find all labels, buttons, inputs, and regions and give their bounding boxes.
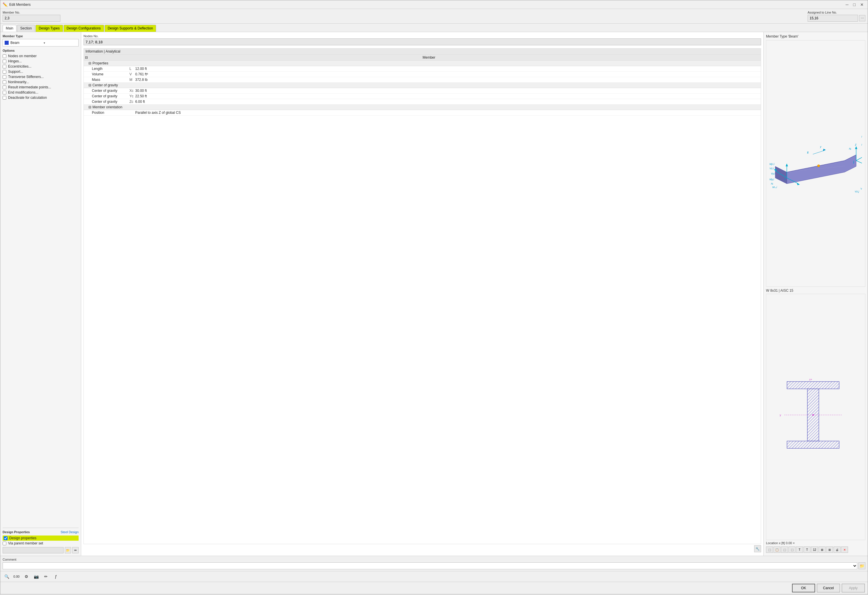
tab-design-types[interactable]: Design Types bbox=[35, 25, 63, 32]
design-prop-edit-btn[interactable]: ✏ bbox=[72, 547, 78, 554]
option-support-checkbox[interactable] bbox=[3, 70, 6, 74]
toolbar-btn-5[interactable]: T bbox=[796, 546, 803, 553]
member-type-select[interactable]: Beam ▾ bbox=[3, 39, 78, 47]
middle-bottom-row: 🔧 bbox=[84, 544, 761, 554]
length-row: Length L 12.00 ft bbox=[84, 66, 761, 72]
via-parent-label[interactable]: Via parent member set bbox=[8, 541, 43, 545]
option-transverse-checkbox[interactable] bbox=[3, 75, 6, 79]
option-end-modifications-checkbox[interactable] bbox=[3, 91, 6, 94]
minimize-button[interactable]: ─ bbox=[844, 2, 850, 7]
cancel-button[interactable]: Cancel bbox=[817, 584, 840, 592]
function-tool[interactable]: ƒ bbox=[52, 573, 60, 580]
design-properties-header: Design Properties Steel Design bbox=[3, 530, 78, 534]
steel-design-link[interactable]: Steel Design bbox=[61, 530, 78, 534]
comment-row: 📁 bbox=[3, 563, 865, 569]
toolbar-btn-11[interactable]: ✕ bbox=[841, 546, 848, 553]
bottom-toolbar: 🔍 0.00 ⚙ 📷 ✏ ƒ bbox=[0, 571, 868, 582]
design-prop-browse-btn[interactable]: 📁 bbox=[65, 547, 71, 554]
option-transverse-label[interactable]: Transverse Stiffeners... bbox=[8, 75, 44, 79]
comment-browse-btn[interactable]: 📁 bbox=[858, 563, 865, 569]
orientation-subgroup-header[interactable]: ⊟ Member orientation bbox=[84, 105, 761, 110]
tab-main[interactable]: Main bbox=[3, 25, 16, 32]
option-hinges-label[interactable]: Hinges... bbox=[8, 59, 22, 63]
close-button[interactable]: ✕ bbox=[858, 2, 865, 7]
beam-diagram-svg: z x y j i Mₓ,j M𝛽,j Nⱼ Vz,j Vy,j My,j M𝛽… bbox=[769, 132, 862, 195]
options-section: Options Nodes on member Hinges... Eccent… bbox=[3, 49, 78, 100]
svg-text:z: z bbox=[855, 143, 857, 146]
length-key: L bbox=[130, 67, 135, 71]
option-end-modifications-label[interactable]: End modifications... bbox=[8, 90, 38, 94]
design-prop-input[interactable] bbox=[3, 547, 63, 554]
option-nonlinearity: Nonlinearity... bbox=[3, 80, 78, 85]
toolbar-btn-4[interactable]: ⬚ bbox=[788, 546, 796, 553]
cog-zc-row: Center of gravity Zc 6.00 ft bbox=[84, 99, 761, 105]
option-nodes-checkbox[interactable] bbox=[3, 54, 6, 58]
toolbar-btn-10[interactable]: 🖨 bbox=[834, 546, 841, 553]
svg-text:Vz,j: Vz,j bbox=[855, 190, 859, 193]
nodes-no-input[interactable] bbox=[84, 38, 761, 45]
cog-xc-key: Xc bbox=[130, 89, 135, 93]
member-no-field: Member No. bbox=[3, 11, 61, 22]
comment-input[interactable] bbox=[3, 563, 857, 569]
cog-subgroup-header[interactable]: ⊟ Center of gravity bbox=[84, 82, 761, 88]
option-eccentricities-label[interactable]: Eccentricities... bbox=[8, 65, 31, 68]
option-nonlinearity-checkbox[interactable] bbox=[3, 80, 6, 84]
collapse-cog-icon: ⊟ bbox=[89, 83, 91, 87]
option-deactivate: Deactivate for calculation bbox=[3, 95, 78, 100]
position-value: Parallel to axis Z of global CS bbox=[135, 110, 759, 115]
option-result-checkbox[interactable] bbox=[3, 85, 6, 89]
value-tool[interactable]: 0.00 bbox=[12, 573, 21, 580]
assigned-line-button[interactable]: ⋯ bbox=[859, 15, 865, 21]
option-eccentricities-checkbox[interactable] bbox=[3, 65, 6, 68]
position-name: Position bbox=[92, 110, 130, 115]
cog-zc-value: 6.00 ft bbox=[135, 100, 759, 104]
option-deactivate-checkbox[interactable] bbox=[3, 96, 6, 100]
cross-section-svg: z+ y bbox=[775, 376, 856, 457]
apply-button[interactable]: Apply bbox=[842, 584, 865, 592]
cog-zc-name: Center of gravity bbox=[92, 100, 130, 104]
toolbar-btn-9[interactable]: ⊞ bbox=[826, 546, 833, 553]
member-no-input[interactable] bbox=[3, 15, 61, 22]
option-result-label[interactable]: Result intermediate points... bbox=[8, 85, 51, 89]
option-support-label[interactable]: Support... bbox=[8, 69, 23, 74]
assigned-line-input[interactable] bbox=[807, 15, 858, 22]
properties-subgroup-header[interactable]: ⊟ Properties bbox=[84, 60, 761, 66]
mass-value: 372.8 lb bbox=[135, 78, 759, 82]
svg-rect-48 bbox=[787, 381, 839, 389]
design-prop-label[interactable]: Design properties bbox=[9, 536, 36, 540]
ok-button[interactable]: OK bbox=[792, 584, 815, 592]
search-tool[interactable]: 🔍 bbox=[3, 573, 11, 580]
edit-tool[interactable]: ✏ bbox=[42, 573, 50, 580]
nodes-no-label: Nodes No. bbox=[84, 34, 761, 38]
toolbar-btn-2[interactable]: 📋 bbox=[774, 546, 781, 553]
option-end-modifications: End modifications... bbox=[3, 90, 78, 95]
svg-text:Nⱼ: Nⱼ bbox=[849, 147, 852, 150]
svg-text:y: y bbox=[779, 414, 781, 417]
middle-bottom-btn[interactable]: 🔧 bbox=[754, 545, 761, 552]
svg-text:Mₓ,i: Mₓ,i bbox=[772, 186, 777, 189]
toolbar-btn-3[interactable]: ⬚ bbox=[781, 546, 788, 553]
option-hinges-checkbox[interactable] bbox=[3, 59, 6, 63]
member-group-header[interactable]: ⊟ Member bbox=[84, 54, 761, 60]
camera-tool[interactable]: 📷 bbox=[32, 573, 40, 580]
toolbar-btn-6[interactable]: T bbox=[803, 546, 810, 553]
footer-row: OK Cancel Apply bbox=[0, 582, 868, 594]
settings-tool[interactable]: ⚙ bbox=[22, 573, 30, 580]
orientation-subgroup-label: Member orientation bbox=[93, 105, 122, 109]
toolbar-btn-8[interactable]: ⊞ bbox=[819, 546, 825, 553]
mass-key: M bbox=[130, 78, 135, 82]
option-nodes-label[interactable]: Nodes on member bbox=[8, 54, 37, 58]
tab-design-configurations[interactable]: Design Configurations bbox=[63, 25, 104, 32]
option-deactivate-label[interactable]: Deactivate for calculation bbox=[8, 96, 47, 100]
tab-design-supports[interactable]: Design Supports & Deflection bbox=[105, 25, 156, 32]
cog-subgroup-label: Center of gravity bbox=[93, 83, 118, 87]
maximize-button[interactable]: □ bbox=[852, 2, 857, 7]
via-parent-checkbox[interactable] bbox=[3, 542, 6, 545]
right-panel: Member Type 'Beam' bbox=[764, 32, 868, 556]
design-prop-checkbox[interactable] bbox=[4, 536, 7, 540]
toolbar-btn-7[interactable]: 12 bbox=[811, 546, 818, 553]
tab-section[interactable]: Section bbox=[17, 25, 35, 32]
option-nonlinearity-label[interactable]: Nonlinearity... bbox=[8, 80, 29, 84]
svg-text:Vz,i: Vz,i bbox=[769, 167, 774, 170]
toolbar-btn-1[interactable]: ⬚ bbox=[766, 546, 773, 553]
